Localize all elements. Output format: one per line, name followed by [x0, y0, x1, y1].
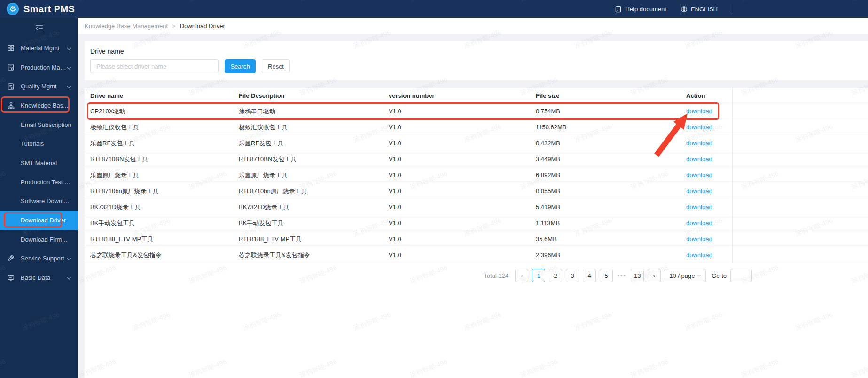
sidebar-item-label: SMT Material — [21, 159, 57, 166]
sidebar-item-basic-data[interactable]: Basic Data — [0, 268, 78, 287]
download-link[interactable]: download — [686, 252, 712, 259]
table-row: 乐鑫RF发包工具 乐鑫RF发包工具 V1.0 0.432MB download — [85, 135, 868, 151]
help-document-button[interactable]: Help document — [615, 6, 666, 13]
pagination-next-button[interactable]: › — [648, 269, 661, 282]
download-link[interactable]: download — [686, 172, 712, 179]
gear-icon: ⚙ — [7, 3, 19, 15]
cell-file-size: 0.754MB — [536, 108, 686, 115]
breadcrumb-parent[interactable]: Knowledge Base Management — [85, 23, 168, 30]
table-fixed-column-divider — [732, 88, 733, 263]
download-link[interactable]: download — [686, 236, 712, 243]
cell-version: V1.0 — [389, 156, 536, 163]
table-row: 乐鑫原厂烧录工具 乐鑫原厂烧录工具 V1.0 6.892MB download — [85, 167, 868, 183]
sidebar-item-software-download[interactable]: Software Download — [0, 192, 78, 211]
table-row: BK手动发包工具 BK手动发包工具 V1.0 1.113MB download — [85, 215, 868, 231]
sidebar-item-material-mgmt[interactable]: Material Mgmt — [0, 39, 78, 58]
cell-file-description: BK7321D烧录工具 — [239, 203, 389, 212]
language-label: ENGLISH — [691, 6, 718, 13]
driver-table-panel: Drive name File Description version numb… — [85, 88, 868, 378]
cell-file-description: RTL8710BN发包工具 — [239, 155, 389, 164]
search-button[interactable]: Search — [225, 59, 256, 73]
cell-version: V1.0 — [389, 204, 536, 211]
sidebar-item-tutorials[interactable]: Tutorials — [0, 134, 78, 153]
sidebar-item-email-subscription[interactable]: Email Subscription — [0, 115, 78, 134]
cell-drive-name: 乐鑫RF发包工具 — [90, 139, 239, 148]
table-header-row: Drive name File Description version numb… — [85, 88, 868, 103]
page-size-select[interactable]: 10 / page — [665, 269, 706, 282]
cell-drive-name: RTL8710BN发包工具 — [90, 155, 239, 164]
sidebar-item-label: Production Test Gu... — [21, 179, 71, 186]
cell-drive-name: RTL8188_FTV MP工具 — [90, 235, 239, 244]
sidebar-item-label: Basic Data — [21, 274, 50, 281]
cell-file-size: 3.449MB — [536, 156, 686, 163]
sidebar-item-download-driver[interactable]: Download Driver — [0, 211, 78, 230]
pagination-prev-button[interactable]: ‹ — [515, 269, 528, 282]
column-header-drive-name: Drive name — [90, 92, 239, 99]
sidebar-item-knowledge-base[interactable]: Knowledge Bas... — [0, 96, 78, 115]
cell-file-description: 涂鸦串口驱动 — [239, 107, 389, 116]
cell-file-size: 5.419MB — [536, 204, 686, 211]
sitemap-icon — [7, 101, 15, 110]
search-panel: Drive name Search Reset — [85, 41, 868, 80]
table-row: 极致汇仪收包工具 极致汇仪收包工具 V1.0 1150.62MB downloa… — [85, 119, 868, 135]
goto-page-label: Go to — [712, 272, 727, 279]
sidebar-item-quality-mgmt[interactable]: Quality Mgmt — [0, 77, 78, 96]
download-link[interactable]: download — [686, 124, 712, 131]
breadcrumb-current: Download Driver — [180, 23, 225, 30]
grid-icon — [7, 44, 15, 52]
cell-file-description: 芯之联烧录工具&发包指令 — [239, 251, 389, 260]
cell-version: V1.0 — [389, 172, 536, 179]
table-row: RTL8188_FTV MP工具 RTL8188_FTV MP工具 V1.0 3… — [85, 231, 868, 247]
pagination-total: Total 124 — [484, 272, 508, 279]
download-link[interactable]: download — [686, 140, 712, 147]
table-row: BK7321D烧录工具 BK7321D烧录工具 V1.0 5.419MB dow… — [85, 199, 868, 215]
cell-drive-name: 乐鑫原厂烧录工具 — [90, 171, 239, 180]
column-header-version-number: version number — [389, 92, 536, 99]
pagination-page-2[interactable]: 2 — [549, 269, 562, 282]
language-switcher[interactable]: ENGLISH — [680, 6, 718, 13]
sidebar-item-download-firmware[interactable]: Download Firmware — [0, 230, 78, 249]
smart-pms-app: ⚙ Smart PMS Help document — [0, 0, 868, 378]
cell-version: V1.0 — [389, 124, 536, 131]
driver-name-input[interactable] — [90, 59, 219, 73]
table-row: 芯之联烧录工具&发包指令 芯之联烧录工具&发包指令 V1.0 2.396MB d… — [85, 247, 868, 263]
cell-drive-name: CP210X驱动 — [90, 107, 239, 116]
cell-file-size: 0.055MB — [536, 188, 686, 195]
breadcrumb: Knowledge Base Management > Download Dri… — [78, 18, 868, 34]
download-link[interactable]: download — [686, 108, 712, 115]
cell-file-size: 1150.62MB — [536, 124, 686, 131]
pagination-page-1[interactable]: 1 — [532, 269, 545, 282]
pagination-page-4[interactable]: 4 — [583, 269, 596, 282]
chevron-down-icon — [67, 45, 71, 52]
column-header-file-size: File size — [536, 92, 686, 99]
globe-icon — [680, 6, 688, 13]
table-row: RTL8710BN发包工具 RTL8710BN发包工具 V1.0 3.449MB… — [85, 151, 868, 167]
cell-file-description: RTL8188_FTV MP工具 — [239, 235, 389, 244]
sidebar-item-label: Production Man... — [21, 64, 67, 71]
sidebar-item-service-support[interactable]: Service Support — [0, 249, 78, 268]
cell-drive-name: BK手动发包工具 — [90, 219, 239, 228]
download-link[interactable]: download — [686, 156, 712, 163]
pagination-page-3[interactable]: 3 — [566, 269, 579, 282]
chevron-down-icon — [67, 274, 71, 281]
topbar-actions: Help document ENGLISH — [615, 4, 868, 14]
reset-button[interactable]: Reset — [262, 59, 290, 73]
pagination-page-5[interactable]: 5 — [600, 269, 613, 282]
cell-file-description: BK手动发包工具 — [239, 219, 389, 228]
download-link[interactable]: download — [686, 204, 712, 211]
cell-file-size: 1.113MB — [536, 220, 686, 227]
goto-page-input[interactable] — [730, 269, 752, 282]
pagination-page-13[interactable]: 13 — [631, 269, 644, 282]
collapse-menu-icon[interactable] — [0, 18, 78, 39]
sidebar-item-production-test-guide[interactable]: Production Test Gu... — [0, 173, 78, 192]
download-link[interactable]: download — [686, 220, 712, 227]
top-header-bar: ⚙ Smart PMS Help document — [0, 0, 868, 18]
download-link[interactable]: download — [686, 188, 712, 195]
cell-drive-name: RTL8710bn原厂烧录工具 — [90, 187, 239, 196]
sidebar-item-production-management[interactable]: Production Man... — [0, 58, 78, 77]
column-header-file-description: File Description — [239, 92, 389, 99]
chevron-down-icon — [67, 83, 71, 90]
sidebar-item-smt-material[interactable]: SMT Material — [0, 153, 78, 173]
wrench-icon — [7, 254, 15, 263]
pagination-ellipsis[interactable]: ••• — [617, 272, 627, 279]
